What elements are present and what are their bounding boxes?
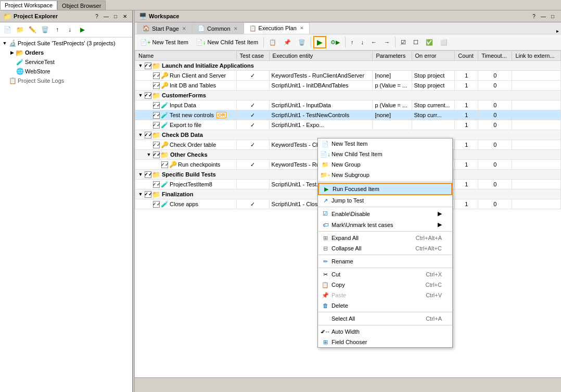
ctx-item-new-group[interactable]: 📁 New Group <box>318 159 452 170</box>
delete-button[interactable]: 🗑️ <box>39 24 50 35</box>
ctx-arrow-mark-unmark: ▶ <box>438 221 442 228</box>
ctx-item-new-child-item[interactable]: 📄↓ New Child Test Item <box>318 149 452 159</box>
table-row[interactable]: ▶ ✓ 🔑 Init DB and Tables Script\Unit1 - … <box>135 81 561 91</box>
help-button[interactable]: ? <box>93 12 101 20</box>
ctx-arrow-enable-disable: ▶ <box>438 210 442 217</box>
paste-toolbar-btn[interactable]: 📌 <box>280 37 294 47</box>
move-left-toolbar-btn[interactable]: ← <box>368 37 380 47</box>
table-row[interactable]: ▼ ✓ 📁 Launch and Initialize Applications <box>135 61 561 71</box>
run-config-btn[interactable]: ⚙▶ <box>327 37 343 47</box>
ctx-icon-new-group: 📁 <box>321 160 329 169</box>
rename-button[interactable]: ✏️ <box>27 24 38 35</box>
run-button-left[interactable]: ▶ <box>76 24 88 35</box>
move-right-toolbar-btn[interactable]: → <box>381 37 393 47</box>
logs-icon: 📋 <box>8 77 17 85</box>
status-bar <box>135 377 561 392</box>
new-child-test-item-btn[interactable]: 📄↓ New Child Test Item <box>193 37 261 47</box>
ctx-item-delete[interactable]: 🗑 Delete <box>318 300 452 311</box>
expand-orders[interactable]: ▶ <box>8 50 16 55</box>
tree-item-webstore[interactable]: ▶ 🌐 WebStore <box>1 67 131 76</box>
tree-item-servicetest[interactable]: ▶ 🧪 ServiceTest <box>1 57 131 67</box>
table-row[interactable]: ▶ ✓ 🧪 Input Data ✓Script\Unit1 - InputDa… <box>135 100 561 110</box>
move-down-button[interactable]: ↓ <box>64 24 75 35</box>
tab-object-browser[interactable]: Object Browser <box>57 1 106 10</box>
workspace-header: 🖥️ Workspace ? — □ <box>135 10 561 22</box>
ctx-icon-field-chooser: ⊞ <box>321 338 329 346</box>
tree-item-suite-logs[interactable]: ▶ 📋 Project Suite Logs <box>1 76 131 85</box>
ctx-label-select-all: Select All <box>332 315 355 322</box>
ctx-item-cut[interactable]: ✂ Cut Ctrl+X <box>318 269 452 280</box>
delete-toolbar-btn[interactable]: 🗑️ <box>295 37 309 47</box>
copy-toolbar-btn[interactable]: 📋 <box>266 37 279 47</box>
close-start-page[interactable]: ✕ <box>182 26 186 31</box>
new-test-item-btn[interactable]: 📄+ New Test Item <box>137 37 192 47</box>
col-exec-entity[interactable]: Execution entity <box>269 51 373 61</box>
col-testcase[interactable]: Test case <box>236 51 269 61</box>
ctx-icon-auto-width: ↔ <box>321 327 329 336</box>
col-timeout[interactable]: Timeout... <box>478 51 512 61</box>
check-all-btn[interactable]: ☑ <box>398 37 409 47</box>
close-execution-plan[interactable]: ✕ <box>300 26 304 31</box>
move-down-toolbar-btn[interactable]: ↓ <box>358 37 367 47</box>
check-all-icon: ☑ <box>401 39 406 46</box>
run-toolbar-btn[interactable]: ▶ <box>313 36 326 48</box>
tab-common[interactable]: 📄 Common ✕ <box>192 22 244 34</box>
run-config-icon: ⚙▶ <box>330 39 340 46</box>
uncheck-all-btn[interactable]: ☐ <box>410 37 422 47</box>
close-button[interactable]: ✕ <box>121 12 129 20</box>
ctx-item-expand-all[interactable]: ⊞ Expand All Ctrl+Alt+A <box>318 233 452 243</box>
table-row[interactable]: ▶ ✓ 🧪 Export to file ✓Script\Unit1 - Exp… <box>135 120 561 130</box>
ctx-item-rename[interactable]: ✏ Rename <box>318 256 452 267</box>
ctx-item-collapse-all[interactable]: ⊟ Collapse All Ctrl+Alt+C <box>318 243 452 254</box>
ctx-item-field-chooser[interactable]: ⊞ Field Chooser <box>318 337 452 347</box>
maximize-button[interactable]: □ <box>111 12 120 20</box>
uncheck-boxes-btn[interactable]: ⬜ <box>437 37 451 47</box>
tab-project-workspace[interactable]: Project Workspace <box>0 1 57 10</box>
left-panel-toolbar: 📄 📁 ✏️ 🗑️ ↑ ↓ ▶ <box>0 22 132 37</box>
ctx-separator <box>318 255 452 255</box>
col-params[interactable]: Parameters <box>373 51 412 61</box>
tab-execution-plan[interactable]: 📋 Execution Plan ✕ <box>244 22 310 34</box>
ctx-item-enable-disable[interactable]: ☑ Enable\Disable ▶ <box>318 208 452 219</box>
tree-item-orders[interactable]: ▶ 📂 Orders <box>1 48 131 57</box>
ctx-separator <box>318 181 452 182</box>
table-row[interactable]: ▼ ✓ 📁 CustomerForms <box>135 91 561 100</box>
col-on-error[interactable]: On error <box>412 51 455 61</box>
new-folder-button[interactable]: 📁 <box>14 24 26 35</box>
ctx-label-mark-unmark: Mark\Unmark test cases <box>332 222 393 228</box>
tab-start-page[interactable]: 🏠 Start Page ✕ <box>137 22 192 34</box>
start-page-icon: 🏠 <box>143 25 150 32</box>
workspace-maximize[interactable]: □ <box>549 12 557 20</box>
check-boxes-btn[interactable]: ✅ <box>423 37 436 47</box>
ctx-item-run-focused[interactable]: ▶ Run Focused Item <box>318 183 452 195</box>
minimize-button[interactable]: — <box>102 12 110 20</box>
table-row[interactable]: ▶ ✓ 🧪 Test new controlsOR ✓Script\Unit1 … <box>135 110 561 120</box>
ctx-item-paste[interactable]: 📌 Paste Ctrl+V <box>318 290 452 300</box>
expand-suite[interactable]: ▼ <box>1 41 8 46</box>
tree-item-suite[interactable]: ▼ 🔬 Project Suite 'TestProjects' (3 proj… <box>1 39 131 48</box>
ctx-label-new-test-item: New Test Item <box>332 141 368 147</box>
new-item-button[interactable]: 📄 <box>2 24 13 35</box>
ctx-item-jump-to-test[interactable]: ↗ Jump to Test <box>318 195 452 206</box>
ctx-item-new-subgroup[interactable]: 📁+ New Subgroup <box>318 170 452 180</box>
move-up-button[interactable]: ↑ <box>52 24 63 35</box>
project-explorer-icon: 📁 <box>3 12 11 20</box>
workspace-help[interactable]: ? <box>530 12 538 20</box>
move-up-toolbar-btn[interactable]: ↑ <box>348 37 357 47</box>
ctx-item-new-test-item[interactable]: 📄 New Test Item <box>318 138 452 149</box>
close-common[interactable]: ✕ <box>234 26 238 31</box>
ctx-label-delete: Delete <box>332 302 348 309</box>
ctx-item-auto-width[interactable]: ✓↔ Auto Width <box>318 326 452 337</box>
ctx-icon-delete: 🗑 <box>321 301 329 310</box>
tab-overflow-button[interactable]: ▸ <box>556 28 561 34</box>
ctx-item-mark-unmark[interactable]: 🏷 Mark\Unmark test cases ▶ <box>318 219 452 230</box>
table-row[interactable]: ▶ ✓ 🔑 Run Client and Server ✓KeywordTest… <box>135 71 561 81</box>
main-layout: 📁 Project Explorer ? — □ ✕ 📄 📁 ✏️ 🗑️ ↑ ↓… <box>0 10 561 392</box>
new-test-item-icon: 📄+ <box>140 39 150 46</box>
col-name[interactable]: Name <box>135 51 237 61</box>
ctx-item-copy[interactable]: 📋 Copy Ctrl+C <box>318 280 452 290</box>
workspace-minimize[interactable]: — <box>539 12 547 20</box>
col-link[interactable]: Link to extern... <box>512 51 561 61</box>
ctx-item-select-all[interactable]: Select All Ctrl+A <box>318 313 452 324</box>
col-count[interactable]: Count <box>455 51 478 61</box>
